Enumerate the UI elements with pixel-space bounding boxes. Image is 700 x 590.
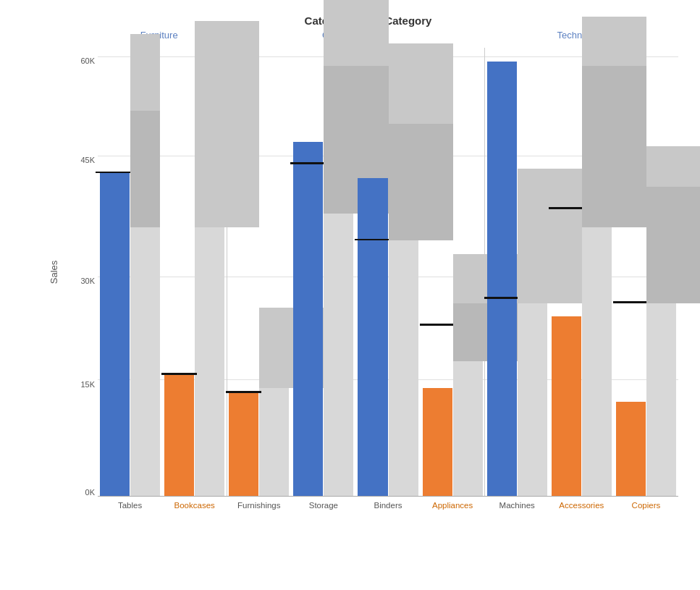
chart-container: Category / Sub-Category Furniture Office… (0, 0, 700, 590)
bar-bookcases-gray (195, 48, 224, 496)
bar-tables-gray (130, 48, 160, 496)
bar-accessories-orange (552, 48, 581, 496)
bar-accessories-gray (582, 48, 612, 496)
bar-group-accessories (549, 48, 614, 496)
y-tick-15k: 15K (80, 380, 95, 389)
x-label-accessories: Accessories (549, 501, 614, 510)
x-label-copiers: Copiers (614, 501, 678, 510)
x-label-bookcases: Bookcases (162, 501, 227, 510)
x-label-machines: Machines (485, 501, 549, 510)
bar-furnishings-gray (259, 48, 289, 496)
plot-area (98, 48, 678, 497)
median-accessories (549, 207, 584, 209)
median-furnishings (226, 391, 261, 393)
median-storage (290, 162, 326, 164)
bar-tables-blue-fill (100, 173, 130, 496)
bar-appliances-gray (453, 48, 483, 496)
bar-appliances-orange (423, 48, 452, 496)
bar-binders-gray (389, 48, 418, 496)
bar-binders-blue (358, 48, 387, 496)
bar-group-appliances (421, 48, 485, 496)
median-bookcases (161, 373, 197, 375)
x-label-binders: Binders (355, 501, 420, 510)
median-binders (355, 239, 390, 241)
y-tick-45k: 45K (80, 156, 95, 164)
bar-furnishings-orange (229, 48, 258, 496)
bar-tables-blue (100, 48, 130, 496)
bar-copiers-gray (646, 48, 676, 496)
bar-group-copiers (614, 48, 678, 496)
bar-group-machines (485, 48, 549, 496)
category-label-technology: Technology (484, 30, 678, 41)
bar-machines-blue (487, 48, 517, 496)
bar-storage-blue (293, 48, 323, 496)
x-label-appliances: Appliances (421, 501, 485, 510)
y-axis: Sales 60K 45K 30K 15K 0K (58, 48, 98, 497)
bar-group-tables (98, 48, 162, 496)
x-axis-labels: Tables Bookcases Furnishings Storage Bin… (58, 501, 678, 510)
bar-bookcases-orange (164, 48, 194, 496)
x-label-furnishings: Furnishings (227, 501, 291, 510)
median-appliances (420, 324, 455, 326)
y-tick-30k: 30K (80, 277, 95, 285)
bar-group-storage (291, 48, 355, 496)
x-label-tables: Tables (98, 501, 162, 510)
bar-copiers-orange (616, 48, 646, 496)
bar-group-furnishings (227, 48, 291, 496)
median-machines (484, 297, 520, 299)
y-tick-0k: 0K (85, 488, 95, 497)
y-axis-label: Sales (49, 261, 59, 285)
bar-group-binders (355, 48, 420, 496)
bar-group-bookcases (162, 48, 227, 496)
y-tick-60k: 60K (80, 56, 95, 65)
median-copiers (613, 301, 649, 303)
bar-storage-gray (324, 48, 353, 496)
median-tables (96, 172, 132, 174)
bar-machines-gray (518, 48, 547, 496)
x-label-storage: Storage (291, 501, 355, 510)
bars-container (98, 48, 678, 496)
